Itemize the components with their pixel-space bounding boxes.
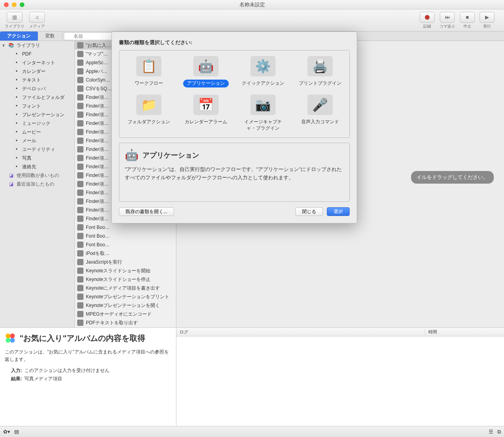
category-item[interactable]: •デベロッパ [0,84,74,93]
category-item[interactable]: •プレゼンテーション [0,110,74,119]
action-icon [77,112,83,118]
category-item[interactable]: •PDF [0,50,74,58]
action-icon [77,242,83,248]
desc-body: このアクションは、"お気に入り"アルバムに含まれるメディア項目への参照を返します… [5,348,171,363]
doc-type-item[interactable]: 📁 フォルダアクション [122,95,176,132]
category-icon: • [13,68,20,74]
step-button[interactable]: ⏭ [440,12,455,23]
category-item[interactable]: •インターネット [0,58,74,67]
doc-type-label: プリントプラグイン [295,80,345,87]
library-button[interactable]: ▥ [7,12,22,23]
smart-category-item[interactable]: ◪最近追加したもの [0,180,74,188]
category-item[interactable]: •写真 [0,154,74,162]
action-item[interactable]: Font Boo… [75,223,176,232]
titlebar: 名称未設定 [0,0,504,9]
doc-type-icon: 🎤 [308,95,333,115]
stop-button[interactable]: ■ [460,12,475,23]
footer: ✿▾ ▤ ☰ ⧉ [0,426,504,437]
record-icon [425,15,430,20]
category-item[interactable]: •ムービー [0,128,74,136]
choose-button[interactable]: 選択 [327,207,350,216]
record-button[interactable] [420,12,435,23]
action-item[interactable]: Keynoteプレゼンテーションを開く [75,301,176,310]
action-item[interactable]: Keynoteスライドショーを開始 [75,266,176,275]
action-icon [77,164,83,170]
category-icon: • [13,120,20,126]
results-icon[interactable]: ▤ [14,429,19,435]
toolbar: ▥ ライブラリ ♫ メディア 記録 ⏭ コマ送り ■ 中止 ▶ 実行 [0,9,504,32]
modal-heading: 書類の種類を選択してください: [119,39,350,46]
action-item[interactable]: PDFの注釈を取り出す [75,327,176,327]
smart-folder-icon: ◪ [8,172,14,179]
action-item[interactable]: Keynoteスライドショーを停止 [75,275,176,284]
action-icon [77,302,83,309]
flow-view-icon[interactable]: ⧉ [497,429,501,435]
action-item[interactable]: Font Boo… [75,232,176,240]
stop-icon: ■ [466,14,469,20]
doc-type-label: クイックアクション [238,80,288,87]
category-item[interactable]: •ミュージック [0,119,74,128]
media-label: メディア [29,24,45,29]
category-icon: • [13,60,20,66]
action-item[interactable]: Keynoteプレゼンテーションをプリント [75,292,176,301]
doc-type-item[interactable]: 🖨️ プリントプラグイン [293,56,347,87]
action-icon [77,51,83,57]
action-item[interactable]: PDFテキストを取り出す [75,318,176,327]
minimize-icon[interactable] [12,2,17,7]
action-icon [77,172,83,179]
category-item[interactable]: •フォント [0,102,74,110]
smart-category-item[interactable]: ◪使用回数が多いもの [0,171,74,180]
doc-type-icon: 📁 [136,95,161,115]
action-item[interactable]: MPEGオーディオにエンコード [75,310,176,318]
list-view-icon[interactable]: ☰ [489,429,493,435]
category-item[interactable]: •テキスト [0,76,74,84]
close-button[interactable]: 閉じる [295,207,323,216]
doc-type-label: ワークフロー [131,80,167,87]
category-icon: • [13,103,20,109]
doc-type-icon: 📅 [193,95,219,115]
action-item[interactable]: Keynoteにメディア項目を書き出す [75,284,176,292]
category-icon: • [13,77,20,83]
action-icon [77,224,83,231]
doc-type-icon: 📷 [250,95,276,115]
action-icon [77,207,83,213]
action-item[interactable]: iPodを取… [75,249,176,258]
doc-type-item[interactable]: 📅 カレンダーアラーム [179,95,233,132]
doc-type-item[interactable]: ⚙️ クイックアクション [236,56,290,87]
doc-type-label: アプリケーション [183,80,229,87]
action-icon [77,285,83,291]
action-icon [77,94,83,100]
tab-actions[interactable]: アクション [0,32,38,41]
action-item[interactable]: JavaScriptを実行 [75,258,176,266]
gear-icon[interactable]: ✿▾ [3,429,10,435]
category-item[interactable]: •連絡先 [0,162,74,171]
category-item[interactable]: •メール [0,136,74,145]
log-body [176,337,504,426]
log-col-log[interactable]: ログ [176,329,425,335]
category-root[interactable]: ▼📚ライブラリ [0,41,74,50]
category-item[interactable]: •ファイルとフォルダ [0,93,74,102]
step-label: コマ送り [439,24,455,29]
run-button[interactable]: ▶ [480,12,495,23]
doc-type-item[interactable]: 🤖 アプリケーション [179,56,233,87]
smart-folder-icon: ◪ [8,181,14,187]
media-icon: ♫ [35,14,39,20]
play-icon: ▶ [485,14,489,20]
doc-type-item[interactable]: 🎤 音声入力コマンド [293,95,347,132]
action-item[interactable]: Font Boo… [75,240,176,249]
category-icon: • [13,155,20,161]
open-existing-button[interactable]: 既存の書類を開く... [119,207,174,216]
close-icon[interactable] [4,2,9,7]
action-icon [77,129,83,135]
category-icon: • [13,86,20,92]
zoom-icon[interactable] [20,2,24,7]
category-item[interactable]: •カレンダー [0,67,74,76]
tab-variables[interactable]: 変数 [38,32,62,41]
media-button[interactable]: ♫ [29,12,45,23]
doc-type-item[interactable]: 📋 ワークフロー [122,56,176,87]
category-item[interactable]: •ユーティリティ [0,145,74,154]
log-col-time[interactable]: 時間 [425,329,504,335]
doc-type-item[interactable]: 📷 イメージキャプチャ・プラグイン [236,95,290,132]
doc-type-label: 音声入力コマンド [297,118,343,126]
action-icon [77,68,83,74]
